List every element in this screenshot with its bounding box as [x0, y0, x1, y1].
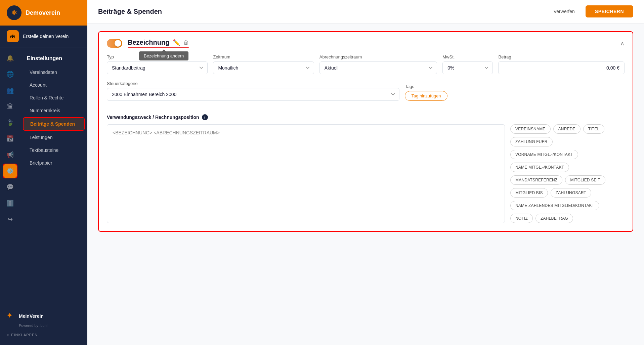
tag-zahlungsart[interactable]: ZAHLUNGSART — [551, 188, 591, 198]
delete-button[interactable]: 🗑 — [183, 40, 189, 46]
card-title: Bezeichnung — [128, 39, 169, 46]
steuerkategorie-select[interactable]: 2000 Einnahmen Bereich 2000 — [107, 88, 399, 101]
tag-anrede[interactable]: ANREDE — [553, 124, 581, 134]
collapse-button[interactable]: « EINKLAPPEN — [7, 330, 81, 340]
tag-row-4: NAME MITGL.-/KONTAKT — [510, 163, 625, 172]
toggle-thumb — [115, 40, 121, 47]
betrag-group: Betrag — [498, 54, 625, 74]
zeitraum-group: Zeitraum Monatlich Jährlich Quartalsweis… — [213, 54, 314, 74]
nav-icon-building[interactable]: 🏛 — [3, 99, 17, 114]
abrechnungszeitraum-label: Abrechnungszeitraum — [319, 54, 437, 59]
sidebar-item-nummernkreis[interactable]: Nummernkreis — [23, 104, 85, 117]
typ-select[interactable]: Standardbeitrag Spende Sonderbeitrag — [107, 61, 208, 74]
info-icon[interactable]: i — [202, 114, 208, 120]
typ-group: Typ Standardbeitrag Spende Sonderbeitrag — [107, 54, 208, 74]
nav-icon-gear[interactable]: ⚙️ — [3, 164, 17, 178]
verwendung-title-text: Verwendungszweck / Rechnungsposition — [107, 115, 199, 120]
tags-group: Tags Tag hinzufügen — [405, 84, 625, 101]
tag-row-1: VEREINSNAME ANREDE TITEL — [510, 124, 625, 134]
powered-by-text: Powered by :buhl — [7, 324, 81, 328]
zeitraum-label: Zeitraum — [213, 54, 314, 59]
create-club-label: Erstelle deinen Verein — [23, 34, 69, 39]
card-title-row: Bezeichnung ✏️ 🗑 — [128, 39, 189, 48]
form-section: Typ Standardbeitrag Spende Sonderbeitrag… — [99, 54, 633, 114]
top-bar-actions: Verwerfen SPEICHERN — [548, 5, 633, 17]
sidebar-item-vereinsdaten[interactable]: Vereinsdaten — [23, 66, 85, 78]
steuerkategorie-group: Steuerkategorie 2000 Einnahmen Bereich 2… — [107, 81, 399, 101]
nav-icon-logout[interactable]: ↪ — [3, 212, 17, 227]
contribution-card: Bezeichnung ✏️ 🗑 Bezeichnung ändern ∧ — [98, 31, 633, 232]
stadium-icon: 🏟 — [7, 30, 19, 42]
tags-label: Tags — [405, 84, 625, 89]
tag-row-3: VORNAME MITGL.-/KONTAKT — [510, 150, 625, 159]
nav-icon-globe[interactable]: 🌐 — [3, 67, 17, 82]
tag-vorname-mitgl[interactable]: VORNAME MITGL.-/KONTAKT — [510, 150, 578, 159]
meinverein-brand: ✦ MeinVerein — [7, 311, 81, 321]
sidebar-header[interactable]: ⚛ Demoverein — [0, 0, 87, 26]
sidebar-item-beitraege[interactable]: Beiträge & Spenden — [23, 117, 85, 131]
nav-icon-users[interactable]: 👥 — [3, 83, 17, 98]
verwendung-title: Verwendungszweck / Rechnungsposition i — [107, 114, 625, 120]
org-name: Demoverein — [26, 9, 60, 16]
active-toggle[interactable] — [107, 39, 122, 48]
toggle-track[interactable] — [107, 39, 122, 48]
nav-icon-calendar[interactable]: 📅 — [3, 131, 17, 146]
nav-icon-bell[interactable]: 🔔 — [3, 51, 17, 66]
tag-mandatsreferenz[interactable]: MANDATSREFERENZ — [510, 175, 562, 185]
nav-icon-megaphone[interactable]: 📢 — [3, 147, 17, 162]
tag-vereinsname[interactable]: VEREINSNAME — [510, 124, 551, 134]
tag-mitglied-seit[interactable]: MITGLIED SEIT — [565, 175, 605, 185]
tag-zahlbetrag[interactable]: ZAHLBETRAG — [535, 214, 573, 223]
sidebar-item-textbausteine[interactable]: Textbausteine — [23, 144, 85, 156]
mwst-label: MwSt. — [442, 54, 493, 59]
sidebar-footer: ✦ MeinVerein Powered by :buhl « EINKLAPP… — [0, 306, 87, 345]
tag-row-6: MITGLIED BIS ZAHLUNGSART — [510, 188, 625, 198]
sidebar-item-leistungen[interactable]: Leistungen — [23, 131, 85, 143]
tag-titel[interactable]: TITEL — [583, 124, 605, 134]
zeitraum-select[interactable]: Monatlich Jährlich Quartalsweise Einmali… — [213, 61, 314, 74]
verwendung-section: Verwendungszweck / Rechnungsposition i <… — [99, 114, 633, 231]
tags-panel: VEREINSNAME ANREDE TITEL ZAHLUNG FUER VO… — [510, 124, 625, 223]
edit-title-button[interactable]: ✏️ — [173, 39, 180, 46]
betrag-input[interactable] — [498, 61, 625, 74]
mwst-group: MwSt. 0% 7% 19% — [442, 54, 493, 74]
discard-button[interactable]: Verwerfen — [548, 6, 580, 17]
sidebar-item-briefpapier[interactable]: Briefpapier — [23, 157, 85, 169]
betrag-label: Betrag — [498, 54, 625, 59]
nav-icon-leaf[interactable]: 🍃 — [3, 115, 17, 130]
tag-name-zahlendes[interactable]: NAME ZAHLENDES MITGLIED/KONTAKT — [510, 201, 599, 210]
sidebar-item-rollen[interactable]: Rollen & Rechte — [23, 92, 85, 104]
tag-zahlung-fuer[interactable]: ZAHLUNG FUER — [510, 137, 553, 146]
sidebar-menu-col: Einstellungen Vereinsdaten Account Rolle… — [20, 47, 87, 306]
form-row-2: Steuerkategorie 2000 Einnahmen Bereich 2… — [107, 81, 625, 101]
brand-name: MeinVerein — [19, 313, 44, 319]
tag-add-button[interactable]: Tag hinzufügen — [405, 91, 447, 101]
save-button[interactable]: SPEICHERN — [586, 5, 633, 17]
tags-container: Tag hinzufügen — [405, 91, 625, 101]
tag-name-mitgl[interactable]: NAME MITGL.-/KONTAKT — [510, 163, 569, 172]
nav-icon-chat[interactable]: 💬 — [3, 180, 17, 195]
form-row-1: Typ Standardbeitrag Spende Sonderbeitrag… — [107, 54, 625, 74]
sidebar-nav: 🔔 🌐 👥 🏛 🍃 📅 📢 ⚙️ 💬 ℹ️ ↪ Einstellungen Ve… — [0, 47, 87, 306]
collapse-label: EINKLAPPEN — [11, 333, 38, 337]
page-title: Beiträge & Spenden — [98, 8, 162, 15]
verwendung-textarea[interactable]: <BEZEICHNUNG> <ABRECHNUNGSZEITRAUM> — [107, 124, 505, 223]
card-header-left: Bezeichnung ✏️ 🗑 — [107, 39, 189, 48]
create-club-item[interactable]: 🏟 Erstelle deinen Verein — [0, 26, 87, 47]
abrechnungszeitraum-select[interactable]: Aktuell Vormonat Nächster Monat — [319, 61, 437, 74]
mwst-select[interactable]: 0% 7% 19% — [442, 61, 493, 74]
tag-row-8: NOTIZ ZAHLBETRAG — [510, 214, 625, 223]
card-header: Bezeichnung ✏️ 🗑 Bezeichnung ändern ∧ — [99, 32, 633, 54]
menu-section-title: Einstellungen — [20, 53, 87, 66]
tag-notiz[interactable]: NOTIZ — [510, 214, 533, 223]
sidebar-icons-col: 🔔 🌐 👥 🏛 🍃 📅 📢 ⚙️ 💬 ℹ️ ↪ — [0, 47, 20, 306]
meinverein-icon: ✦ — [7, 311, 16, 321]
tag-mitglied-bis[interactable]: MITGLIED BIS — [510, 188, 548, 198]
sidebar: ⚛ Demoverein 🏟 Erstelle deinen Verein 🔔 … — [0, 0, 87, 345]
org-logo: ⚛ — [7, 5, 22, 20]
steuerkategorie-label: Steuerkategorie — [107, 81, 399, 86]
nav-icon-info[interactable]: ℹ️ — [3, 196, 17, 211]
abrechnungszeitraum-group: Abrechnungszeitraum Aktuell Vormonat Näc… — [319, 54, 437, 74]
card-collapse-icon[interactable]: ∧ — [620, 40, 625, 47]
sidebar-item-account[interactable]: Account — [23, 79, 85, 91]
